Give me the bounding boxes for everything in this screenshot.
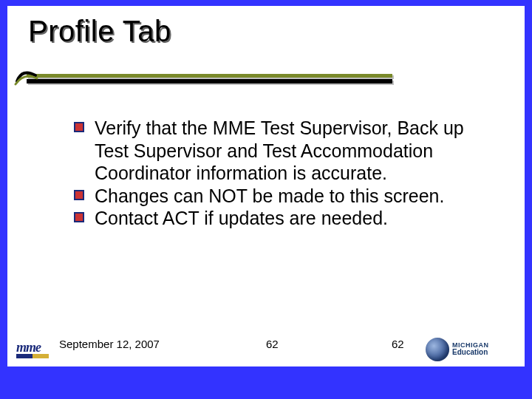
mme-logo-text: mme — [16, 340, 50, 355]
bullet-list: Verify that the MME Test Supervisor, Bac… — [74, 117, 502, 230]
slide-title: Profile Tab — [28, 15, 171, 48]
slide-card: Profile Tab Profile Tab Verify that the … — [7, 6, 525, 366]
svg-rect-1 — [75, 123, 83, 131]
underline-olive — [27, 74, 392, 78]
mme-logo: mme — [16, 340, 50, 361]
education-label: Education — [452, 349, 489, 357]
bullet-text: Verify that the MME Test Supervisor, Bac… — [95, 117, 464, 183]
michigan-education-text: MICHIGAN Education — [452, 342, 489, 357]
bullet-square-icon — [74, 212, 84, 222]
underline-swish-icon — [13, 66, 43, 89]
globe-icon — [426, 338, 449, 361]
svg-rect-3 — [75, 191, 83, 199]
footer-date: September 12, 2007 — [59, 338, 160, 350]
bullet-square-icon — [74, 122, 84, 132]
bullet-text: Contact ACT if updates are needed. — [95, 208, 388, 228]
list-item: Verify that the MME Test Supervisor, Bac… — [74, 117, 502, 185]
bullet-text: Changes can NOT be made to this screen. — [95, 185, 444, 206]
underline-black — [27, 79, 392, 83]
list-item: Changes can NOT be made to this screen. — [74, 185, 502, 208]
footer-page-center: 62 — [266, 338, 279, 350]
bullet-square-icon — [74, 190, 84, 200]
footer-page-right: 62 — [392, 338, 404, 350]
title-underline — [27, 74, 440, 83]
michigan-education-logo: MICHIGAN Education — [426, 335, 507, 364]
list-item: Contact ACT if updates are needed. — [74, 207, 502, 230]
svg-rect-5 — [75, 214, 83, 221]
slide: Profile Tab Profile Tab Verify that the … — [0, 0, 532, 399]
